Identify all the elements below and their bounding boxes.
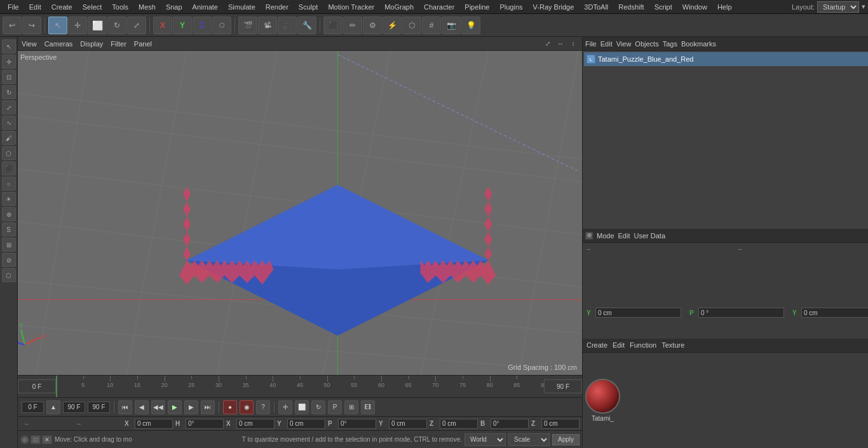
menu-3dtoall[interactable]: 3DToAll	[579, 2, 613, 12]
go-start-button[interactable]: ⏮	[118, 400, 132, 414]
coord-x1-input[interactable]	[135, 419, 173, 429]
coord-h-input[interactable]	[186, 419, 224, 429]
grid-play[interactable]: ⊞	[344, 400, 358, 414]
menu-script[interactable]: Script	[649, 2, 677, 12]
sidebar-icon-null[interactable]: ⊕	[2, 207, 16, 221]
layout-select[interactable]: Startup	[817, 1, 859, 13]
mat-create[interactable]: Create	[587, 341, 607, 349]
menu-edit[interactable]: Edit	[24, 2, 46, 12]
menu-create[interactable]: Create	[46, 2, 78, 12]
material-thumbnail[interactable]	[585, 379, 620, 414]
step-forward-button[interactable]: ▶	[184, 400, 198, 414]
record-all-button[interactable]: ◉	[240, 400, 254, 414]
help-button[interactable]: ?	[256, 400, 270, 414]
undo-button[interactable]: ↩	[3, 17, 22, 34]
material-slot[interactable]: Tatami_	[585, 379, 620, 422]
pen-button[interactable]: ✏	[343, 17, 362, 34]
fb-tags[interactable]: Tags	[663, 40, 677, 48]
xy-input[interactable]	[801, 308, 868, 318]
to-frame-input-2[interactable]	[88, 402, 110, 413]
menu-animate[interactable]: Animate	[187, 2, 223, 12]
clone-button[interactable]: ⚙	[363, 17, 382, 34]
render-settings-button[interactable]: 🔧	[297, 17, 316, 34]
vp-menu-filter[interactable]: Filter	[111, 40, 126, 48]
vp-menu-display[interactable]: Display	[80, 40, 103, 48]
status-icon-circle[interactable]: ○	[20, 435, 29, 444]
render-anim-button[interactable]: 🎥	[278, 17, 297, 34]
sidebar-icon-s1[interactable]: S	[2, 222, 16, 236]
vp-menu-view[interactable]: View	[22, 40, 37, 48]
sidebar-icon-cube[interactable]: ⬛	[2, 161, 16, 175]
world-select[interactable]: World	[465, 433, 506, 446]
hy-input[interactable]	[698, 308, 784, 318]
sidebar-icon-paint[interactable]: 🖌	[2, 131, 16, 145]
rotate-tool-button[interactable]: ↻	[107, 17, 126, 34]
parent-button[interactable]: ⬡	[212, 17, 231, 34]
fb-file[interactable]: File	[585, 40, 597, 48]
attr-mode[interactable]: Mode	[597, 232, 614, 240]
scale-tool-button[interactable]: ⬜	[88, 17, 107, 34]
menu-pipeline[interactable]: Pipeline	[459, 2, 494, 12]
menu-select[interactable]: Select	[78, 2, 107, 12]
menu-file[interactable]: File	[3, 2, 24, 12]
box-play[interactable]: ⬜	[295, 400, 309, 414]
viewport-3d[interactable]: X Y Z Perspective Grid Spacing : 100 cm	[18, 51, 582, 375]
cube-button[interactable]: ⬛	[323, 17, 342, 34]
coord-b-input[interactable]	[491, 419, 529, 429]
vp-icon-split-v[interactable]: ↕	[568, 39, 578, 49]
sidebar-icon-edge[interactable]: ⊘	[2, 253, 16, 267]
light-button[interactable]: 💡	[461, 17, 480, 34]
fb-objects[interactable]: Objects	[635, 40, 658, 48]
sidebar-icon-sphere[interactable]: ○	[2, 177, 16, 191]
rotate-play[interactable]: ↻	[311, 400, 325, 414]
fb-edit[interactable]: Edit	[600, 40, 613, 48]
render-frame-button[interactable]: 📽	[258, 17, 277, 34]
render-view-button[interactable]: 🎬	[238, 17, 257, 34]
vp-icon-expand[interactable]: ⤢	[543, 39, 553, 49]
scale-select[interactable]: Scale	[508, 433, 550, 446]
paint-button[interactable]: ⬡	[402, 17, 421, 34]
coord-y2-input[interactable]	[389, 419, 427, 429]
step-back-button[interactable]: ◀	[135, 400, 149, 414]
play-back-button[interactable]: ◀◀	[151, 400, 165, 414]
sidebar-icon-sculpt[interactable]: ⬡	[2, 146, 16, 160]
menu-vray[interactable]: V-Ray Bridge	[528, 2, 580, 12]
sidebar-icon-snap[interactable]: ⊞	[2, 238, 16, 252]
sidebar-icon-spline[interactable]: ∿	[2, 116, 16, 130]
transform-tool-button[interactable]: ⤢	[127, 17, 146, 34]
menu-tools[interactable]: Tools	[107, 2, 133, 12]
film-play[interactable]: 🎞	[361, 400, 375, 414]
sidebar-icon-transform[interactable]: ⤢	[2, 100, 16, 114]
redo-button[interactable]: ↪	[22, 17, 41, 34]
record-button[interactable]: ●	[223, 400, 237, 414]
axis-x-button[interactable]: X	[153, 17, 172, 34]
play-forward-button[interactable]: ▶	[168, 400, 182, 414]
axis-z-button[interactable]: Z	[193, 17, 212, 34]
coord-x2-input[interactable]	[236, 419, 275, 429]
apply-button[interactable]: Apply	[552, 434, 580, 445]
grid-button[interactable]: #	[422, 17, 441, 34]
status-icon-x[interactable]: ✕	[42, 435, 52, 444]
menu-render[interactable]: Render	[261, 2, 294, 12]
vp-menu-cameras[interactable]: Cameras	[44, 40, 73, 48]
sidebar-icon-scale[interactable]: ⊡	[2, 70, 16, 84]
effector-button[interactable]: ⚡	[383, 17, 402, 34]
sidebar-icon-light[interactable]: ☀	[2, 192, 16, 206]
sidebar-icon-rotate[interactable]: ↻	[2, 85, 16, 99]
menu-snap[interactable]: Snap	[161, 2, 187, 12]
coord-p-input[interactable]	[338, 419, 376, 429]
menu-sculpt[interactable]: Sculpt	[294, 2, 323, 12]
fb-view[interactable]: View	[616, 40, 632, 48]
attr-user-data[interactable]: User Data	[634, 232, 666, 240]
menu-mograph[interactable]: MoGraph	[379, 2, 419, 12]
menu-redshift[interactable]: Redshift	[613, 2, 649, 12]
menu-help[interactable]: Help	[712, 2, 737, 12]
vp-menu-panel[interactable]: Panel	[134, 40, 152, 48]
vp-icon-split-h[interactable]: ↔	[555, 39, 566, 49]
to-frame-input-1[interactable]	[63, 402, 85, 413]
menu-plugins[interactable]: Plugins	[494, 2, 527, 12]
attr-edit[interactable]: Edit	[618, 232, 630, 240]
go-end-button[interactable]: ⏭	[201, 400, 215, 414]
sidebar-icon-face[interactable]: ⬡	[2, 268, 16, 282]
menu-character[interactable]: Character	[419, 2, 459, 12]
